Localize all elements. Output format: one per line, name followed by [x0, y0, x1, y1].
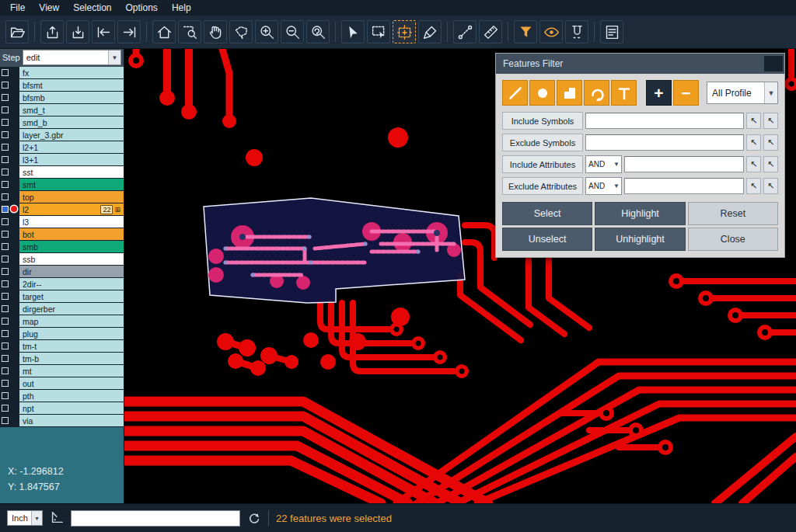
layer-name-label[interactable]: plug: [19, 328, 124, 339]
layer-name-label[interactable]: mt: [19, 365, 124, 377]
layer-name-label[interactable]: via: [19, 415, 124, 426]
import-down-button[interactable]: [66, 20, 89, 43]
layer-visibility-checkbox[interactable]: [0, 129, 10, 141]
layer-row-bfsmt[interactable]: bfsmt: [0, 79, 124, 91]
exclude-symbols-pick-button[interactable]: ↖: [746, 134, 761, 151]
exclude-symbols-input[interactable]: [585, 134, 744, 151]
layer-visibility-checkbox[interactable]: [0, 241, 10, 252]
layer-name-label[interactable]: ssb: [19, 253, 124, 265]
dialog-title-bar[interactable]: Features Filter: [496, 54, 784, 74]
layer-row-mt[interactable]: mt: [0, 365, 124, 377]
layer-visibility-checkbox[interactable]: [0, 377, 10, 389]
menu-item-help[interactable]: Help: [165, 1, 198, 15]
export-up-button[interactable]: [40, 20, 64, 43]
feature-info-panel-button[interactable]: [600, 20, 623, 43]
exclude-attributes-button[interactable]: Exclude Attributes: [502, 177, 583, 195]
layer-row-top[interactable]: top: [0, 191, 124, 203]
layer-row-bot[interactable]: bot: [0, 228, 124, 240]
exclude-symbols-button[interactable]: Exclude Symbols: [502, 134, 583, 151]
layer-name-label[interactable]: bfsmt: [19, 79, 124, 91]
pan-hand-button[interactable]: [204, 20, 227, 43]
chevron-down-icon[interactable]: ▼: [108, 50, 120, 64]
layer-row-smt[interactable]: smt: [0, 179, 124, 190]
layer-row-layer_3.gbr[interactable]: layer_3.gbr: [0, 129, 124, 141]
units-select[interactable]: Inch ▼: [7, 510, 43, 526]
highlight-button[interactable]: Highlight: [595, 202, 685, 225]
pad-tool-button[interactable]: [529, 80, 555, 106]
layer-visibility-checkbox[interactable]: [0, 328, 10, 339]
layer-visibility-checkbox[interactable]: [0, 402, 10, 414]
layer-visibility-checkbox[interactable]: [0, 166, 10, 178]
unselect-button[interactable]: Unselect: [502, 228, 592, 251]
arc-tool-button[interactable]: [584, 80, 609, 106]
include-symbols-pick-button[interactable]: ↖: [746, 113, 761, 129]
layer-visibility-checkbox[interactable]: [0, 154, 10, 165]
step-forward-button[interactable]: [117, 20, 141, 43]
layer-row-l2[interactable]: l222⊞: [0, 203, 124, 215]
layer-visibility-checkbox[interactable]: [0, 365, 10, 377]
exclude-attributes-operator-select[interactable]: AND▼: [585, 177, 622, 195]
select-cursor-button[interactable]: [341, 20, 365, 43]
zoom-window-button[interactable]: [178, 20, 201, 43]
features-filter-button[interactable]: [514, 20, 537, 43]
layer-visibility-checkbox[interactable]: [0, 290, 10, 302]
zoom-out-button[interactable]: [281, 20, 304, 43]
layer-name-label[interactable]: target: [19, 290, 124, 302]
measure-points-button[interactable]: [453, 20, 477, 43]
layer-name-label[interactable]: fx: [19, 67, 124, 78]
include-attributes-button[interactable]: Include Attributes: [502, 155, 583, 173]
layer-name-label[interactable]: npt: [19, 402, 124, 414]
layer-row-l3[interactable]: l3: [0, 216, 124, 228]
layer-name-label[interactable]: dirgerber: [19, 303, 124, 315]
layer-name-label[interactable]: smd_b: [19, 116, 124, 128]
layer-visibility-checkbox[interactable]: [0, 203, 10, 215]
layer-name-label[interactable]: l3: [19, 216, 124, 228]
zoom-home-button[interactable]: [152, 20, 176, 43]
layer-visibility-checkbox[interactable]: [0, 67, 10, 78]
view-options-button[interactable]: [539, 20, 563, 43]
layer-name-label[interactable]: l2+1: [19, 141, 124, 153]
layer-name-label[interactable]: tm-b: [19, 353, 124, 364]
layer-name-label[interactable]: smd_t: [19, 104, 124, 116]
layer-row-pth[interactable]: pth: [0, 390, 124, 402]
menu-item-selection[interactable]: Selection: [66, 1, 118, 15]
layer-visibility-checkbox[interactable]: [0, 104, 10, 116]
layer-visibility-checkbox[interactable]: [0, 278, 10, 290]
layer-row-tm-t[interactable]: tm-t: [0, 340, 124, 352]
layer-visibility-checkbox[interactable]: [0, 116, 10, 128]
layer-visibility-checkbox[interactable]: [0, 141, 10, 153]
layer-row-dir[interactable]: dir: [0, 266, 124, 277]
layer-row-l2+1[interactable]: l2+1: [0, 141, 124, 153]
surface-tool-button[interactable]: [557, 80, 582, 106]
zoom-in-button[interactable]: [255, 20, 278, 43]
layer-visibility-checkbox[interactable]: [0, 216, 10, 228]
layer-row-fx[interactable]: fx: [0, 67, 124, 78]
layer-name-label[interactable]: bfsmb: [19, 92, 124, 103]
layer-visibility-checkbox[interactable]: [0, 340, 10, 352]
layer-name-label[interactable]: map: [19, 315, 124, 327]
layer-row-via[interactable]: via: [0, 415, 124, 426]
open-file-button[interactable]: [5, 20, 29, 43]
layer-row-l3+1[interactable]: l3+1: [0, 154, 124, 165]
refresh-icon[interactable]: [247, 511, 261, 525]
measure-ruler-button[interactable]: [479, 20, 502, 43]
layer-visibility-checkbox[interactable]: [0, 253, 10, 265]
layer-name-label[interactable]: l3+1: [19, 154, 124, 165]
command-input[interactable]: [71, 510, 240, 527]
layer-row-ssb[interactable]: ssb: [0, 253, 124, 265]
layer-visibility-checkbox[interactable]: [0, 315, 10, 327]
layer-row-smb[interactable]: smb: [0, 241, 124, 252]
layer-visibility-checkbox[interactable]: [0, 303, 10, 315]
include-symbols-pick-add-button[interactable]: ↖: [763, 113, 778, 129]
include-symbols-input[interactable]: [585, 113, 744, 129]
origin-corner-icon[interactable]: [50, 511, 64, 525]
layer-visibility-checkbox[interactable]: [0, 191, 10, 203]
reset-button[interactable]: Reset: [688, 202, 778, 225]
unhighlight-button[interactable]: Unhighlight: [595, 228, 685, 251]
select-window-button[interactable]: [367, 20, 390, 43]
layer-name-label[interactable]: top: [19, 191, 124, 203]
layer-name-label[interactable]: tm-t: [19, 340, 124, 352]
layer-row-sst[interactable]: sst: [0, 166, 124, 178]
layer-row-target[interactable]: target: [0, 290, 124, 302]
layer-row-out[interactable]: out: [0, 377, 124, 389]
